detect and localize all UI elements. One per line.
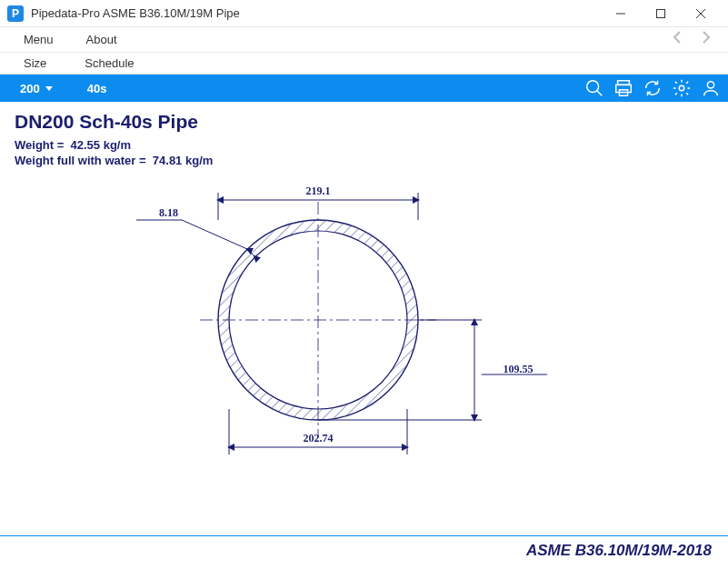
svg-point-9	[679, 85, 684, 91]
footer-standard: ASME B36.10M/19M-2018	[0, 535, 728, 569]
close-button[interactable]	[681, 0, 721, 27]
id-dim: 202.74	[304, 432, 334, 444]
minimize-button[interactable]	[601, 0, 641, 27]
labelbar: Size Schedule	[0, 53, 728, 75]
size-dropdown[interactable]: 200	[7, 78, 65, 99]
content-area: DN200 Sch-40s Pipe Weight = 42.55 kg/m W…	[0, 102, 728, 569]
schedule-label: Schedule	[68, 55, 150, 72]
size-value: 200	[20, 82, 40, 95]
titlebar: P Pipedata-Pro ASME B36.10M/19M Pipe	[0, 0, 728, 27]
toolbar: 200 40s	[0, 75, 728, 102]
refresh-button[interactable]	[643, 78, 663, 98]
weight-label: Weight =	[15, 138, 64, 152]
svg-line-5	[597, 91, 603, 96]
od-dim: 219.1	[306, 185, 331, 197]
maximize-button[interactable]	[641, 0, 681, 27]
svg-rect-7	[616, 85, 632, 92]
menubar: Menu About	[0, 27, 728, 53]
page-title: DN200 Sch-40s Pipe	[15, 111, 713, 133]
weight-full-label: Weight full with water =	[15, 154, 146, 167]
svg-point-4	[587, 81, 599, 93]
menu-menu[interactable]: Menu	[7, 29, 70, 50]
svg-point-10	[707, 82, 713, 88]
window-title: Pipedata-Pro ASME B36.10M/19M Pipe	[31, 6, 601, 20]
weight-line: Weight = 42.55 kg/m	[15, 138, 713, 152]
nav-forward-button[interactable]	[695, 28, 717, 51]
wall-dim: 8.18	[159, 206, 178, 219]
schedule-value: 40s	[87, 82, 107, 95]
radius-dim: 109.55	[504, 363, 534, 375]
user-button[interactable]	[701, 78, 721, 98]
menu-about[interactable]: About	[70, 29, 134, 50]
svg-line-26	[182, 220, 247, 249]
weight-value: 42.55 kg/m	[71, 138, 132, 152]
nav-back-button[interactable]	[666, 28, 688, 51]
size-label: Size	[7, 55, 63, 72]
search-button[interactable]	[584, 78, 604, 98]
app-icon: P	[7, 5, 24, 22]
settings-button[interactable]	[672, 78, 692, 98]
svg-rect-1	[657, 9, 665, 17]
schedule-dropdown[interactable]: 40s	[75, 78, 120, 99]
pipe-diagram: 219.1 202.74 109.55 8.18	[136, 156, 573, 465]
print-button[interactable]	[613, 78, 633, 98]
chevron-down-icon	[45, 86, 53, 91]
